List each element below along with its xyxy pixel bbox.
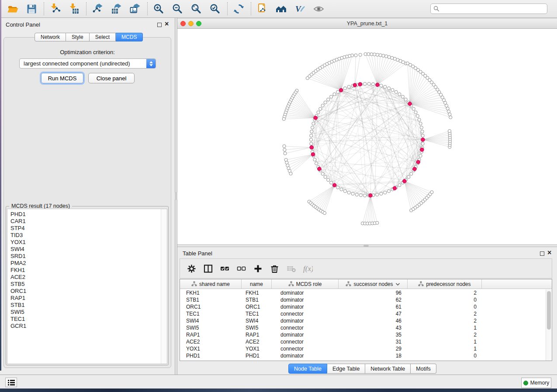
graph-hub-node[interactable] [358,83,362,86]
zoom-fit-icon[interactable] [190,3,202,15]
graph-node[interactable] [373,53,376,56]
graph-node[interactable] [327,98,330,101]
graph-hub-node[interactable] [393,186,397,190]
export-image-icon[interactable] [129,3,141,15]
graph-hub-node[interactable] [403,179,407,183]
graph-node[interactable] [289,172,292,175]
graph-node[interactable] [315,162,318,165]
tab-edge-table[interactable]: Edge Table [327,364,365,374]
graph-node[interactable] [367,52,370,55]
tab-node-table[interactable]: Node Table [288,364,327,374]
search-input-wrap[interactable] [430,3,547,14]
graph-node[interactable] [416,114,419,117]
graph-node[interactable] [282,117,285,120]
add-icon[interactable] [253,263,263,274]
export-network-icon[interactable] [92,3,104,15]
tab-mcds[interactable]: MCDS [116,33,143,41]
graph-node[interactable] [363,194,367,197]
zoom-out-icon[interactable] [172,3,183,15]
graph-node[interactable] [398,93,401,96]
tab-network-table[interactable]: Network Table [365,364,411,374]
graph-node[interactable] [419,154,422,157]
graph-hub-node[interactable] [420,148,424,152]
graph-node[interactable] [394,90,398,93]
graph-node[interactable] [418,118,421,121]
graph-node[interactable] [324,175,327,179]
node-table-header[interactable]: shared namenameMCDS rolesuccessor nodesp… [180,279,552,289]
graph-node[interactable] [313,158,316,161]
graph-node[interactable] [311,126,314,129]
graph-hub-node[interactable] [413,167,417,171]
graph-node[interactable] [407,175,410,179]
splitter-grip[interactable] [363,245,369,247]
table-row[interactable]: TEC1TEC1connector472 [180,310,552,317]
save-session-icon[interactable] [26,3,38,15]
graph-hub-node[interactable] [314,116,318,120]
import-network-icon[interactable] [49,3,61,15]
graph-node[interactable] [354,54,357,57]
close-panel-button[interactable]: Close panel [88,73,135,83]
graph-node[interactable] [283,144,286,148]
trash-icon[interactable] [269,263,280,274]
graph-node[interactable] [312,122,315,125]
graph-node[interactable] [336,186,339,189]
graph-node[interactable] [309,138,312,141]
search-input[interactable] [441,6,547,12]
graph-node[interactable] [449,116,452,119]
graph-node[interactable] [321,104,324,107]
table-row[interactable]: SWI5SWI5connector431 [180,324,552,331]
deselect-all-icon[interactable] [236,263,246,274]
graph-node[interactable] [410,172,413,175]
graph-hub-node[interactable] [421,138,425,142]
graph-hub-node[interactable] [416,160,420,164]
table-row[interactable]: STB1STB1dominator620 [180,296,552,303]
apply-layout-icon[interactable] [233,3,245,15]
graph-node[interactable] [330,95,333,98]
graph-hub-node[interactable] [318,167,322,171]
graph-node[interactable] [330,181,333,184]
graph-hub-node[interactable] [353,83,357,87]
column-header-MCDS-role[interactable]: MCDS role [272,279,339,289]
zoom-selected-icon[interactable] [209,3,221,15]
column-header-predecessor-nodes[interactable]: predecessor nodes [408,279,482,289]
graph-node[interactable] [321,172,324,175]
table-row[interactable]: SWI4SWI4dominator462 [180,317,552,324]
node-table[interactable]: shared namenameMCDS rolesuccessor nodesp… [180,279,552,361]
table-row[interactable]: YOX1YOX1connector291 [180,345,552,352]
run-mcds-button[interactable]: Run MCDS [41,73,83,83]
graph-node[interactable] [406,62,409,65]
mcds-result-item[interactable]: YOX1 [7,239,167,246]
scrollbar[interactable] [546,289,551,361]
graph-hub-node[interactable] [310,145,314,149]
graph-node[interactable] [323,211,326,214]
scrollbar-thumb[interactable] [547,291,551,330]
graph-node[interactable] [430,191,433,194]
graph-node[interactable] [421,142,424,145]
graph-node[interactable] [384,191,387,194]
graph-node[interactable] [401,95,404,98]
graph-node[interactable] [363,83,367,86]
graph-node[interactable] [340,188,343,191]
graph-node[interactable] [421,134,424,137]
mcds-result-item[interactable]: STB5 [7,281,167,288]
graph-node[interactable] [310,142,313,145]
graph-node[interactable] [370,53,373,56]
close-icon[interactable]: × [165,21,169,27]
column-header-successor-nodes[interactable]: successor nodes [339,279,408,289]
graph-hub-node[interactable] [332,183,336,187]
houses-icon[interactable] [275,3,287,15]
graph-node[interactable] [364,52,367,55]
graph-hub-node[interactable] [311,152,315,156]
graph-node[interactable] [284,152,287,155]
table-row[interactable]: PHD1PHD1dominator180 [180,352,552,359]
graph-node[interactable] [391,89,394,92]
graph-node[interactable] [347,191,350,194]
table-row[interactable]: ORC1ORC1dominator610 [180,303,552,310]
mcds-result-item[interactable]: ACE2 [7,274,167,281]
graph-node[interactable] [387,87,391,90]
graph-node[interactable] [343,189,346,193]
mcds-result-item[interactable]: FKH1 [7,267,167,274]
graph-node[interactable] [404,98,407,101]
graph-node[interactable] [391,56,394,59]
graph-node[interactable] [420,126,423,129]
